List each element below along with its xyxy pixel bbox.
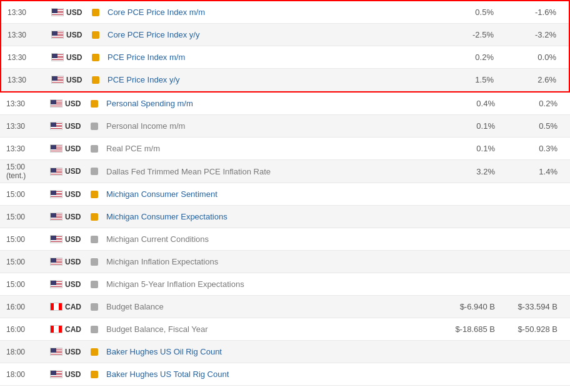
event-currency: USD xyxy=(50,280,88,289)
ca-flag-icon xyxy=(50,325,62,333)
table-row[interactable]: 13:30USDCore PCE Price Index y/y-2.5%-3.… xyxy=(1,24,569,46)
event-actual: $-18.685 B xyxy=(445,324,508,334)
event-time: 13:30 xyxy=(0,122,50,131)
table-row[interactable]: 13:30USDPCE Price Index m/m0.2%0.0% xyxy=(1,46,569,69)
event-time: 18:00 xyxy=(0,348,50,356)
currency-label: USD xyxy=(65,99,81,108)
importance-indicator xyxy=(88,100,101,108)
table-row[interactable]: 16:00CADBudget Balance, Fiscal Year$-18.… xyxy=(0,318,570,341)
event-name[interactable]: Michigan Inflation Expectations xyxy=(101,257,445,266)
high-importance-icon xyxy=(91,100,98,108)
event-time: 15:00 xyxy=(0,213,50,221)
table-row[interactable]: 13:30USDPersonal Income m/m0.1%0.5% xyxy=(0,115,570,138)
table-row[interactable]: 18:00USDBaker Hughes US Total Rig Count xyxy=(0,363,570,386)
event-currency: USD xyxy=(50,99,88,108)
event-previous: -3.2% xyxy=(506,30,569,39)
importance-indicator xyxy=(88,348,101,356)
high-importance-icon xyxy=(92,9,99,16)
event-name[interactable]: Michigan Consumer Expectations xyxy=(101,212,445,221)
event-name[interactable]: PCE Price Index m/m xyxy=(102,53,444,62)
high-importance-icon xyxy=(91,213,98,221)
us-flag-icon xyxy=(50,280,62,288)
us-flag-icon xyxy=(51,53,64,61)
event-time: 15:00 xyxy=(0,190,50,199)
importance-indicator xyxy=(88,191,101,198)
table-row[interactable]: 13:30USDPersonal Spending m/m0.4%0.2% xyxy=(0,93,570,115)
event-name[interactable]: Budget Balance xyxy=(101,302,445,311)
table-row[interactable]: 15:00 (tent.)USDDallas Fed Trimmed Mean … xyxy=(0,160,570,183)
event-name[interactable]: Baker Hughes US Total Rig Count xyxy=(101,369,445,379)
currency-label: USD xyxy=(65,348,81,356)
currency-label: USD xyxy=(65,370,81,379)
currency-label: USD xyxy=(66,53,82,62)
event-currency: CAD xyxy=(50,303,88,311)
event-previous: 0.3% xyxy=(508,144,570,153)
importance-indicator xyxy=(89,31,102,39)
event-name[interactable]: Dallas Fed Trimmed Mean PCE Inflation Ra… xyxy=(101,167,445,176)
event-name[interactable]: Personal Income m/m xyxy=(101,121,445,131)
event-name[interactable]: Real PCE m/m xyxy=(101,144,445,153)
importance-indicator xyxy=(88,303,101,311)
currency-label: USD xyxy=(66,31,82,39)
event-currency: USD xyxy=(50,190,88,199)
us-flag-icon xyxy=(50,144,62,153)
event-name[interactable]: Michigan 5-Year Inflation Expectations xyxy=(101,279,445,289)
event-time: 16:00 xyxy=(0,303,50,311)
table-row[interactable]: 13:30USDPCE Price Index y/y1.5%2.6% xyxy=(1,69,569,91)
currency-label: USD xyxy=(65,122,81,131)
table-row[interactable]: 15:00USDMichigan Current Conditions xyxy=(0,228,570,251)
high-importance-icon xyxy=(92,54,99,61)
event-name[interactable]: Budget Balance, Fiscal Year xyxy=(101,324,445,334)
event-name[interactable]: Core PCE Price Index y/y xyxy=(102,30,444,39)
table-row[interactable]: 13:30USDReal PCE m/m0.1%0.3% xyxy=(0,138,570,160)
event-previous: -1.6% xyxy=(506,8,569,17)
event-time: 15:00 xyxy=(0,235,50,244)
importance-indicator xyxy=(88,281,101,288)
currency-label: USD xyxy=(65,280,81,289)
event-previous: $-33.594 B xyxy=(508,302,570,311)
table-row[interactable]: 18:00USDBaker Hughes US Oil Rig Count xyxy=(0,341,570,363)
event-time: 13:30 xyxy=(1,8,51,17)
event-name[interactable]: Michigan Consumer Sentiment xyxy=(101,189,445,199)
event-actual: -2.5% xyxy=(444,30,506,39)
us-flag-icon xyxy=(51,8,64,16)
event-currency: USD xyxy=(51,31,89,39)
event-actual: 0.2% xyxy=(444,53,506,62)
event-actual: $-6.940 B xyxy=(445,302,508,311)
high-importance-icon xyxy=(92,76,99,84)
event-time: 13:30 xyxy=(1,53,51,62)
event-currency: USD xyxy=(51,76,89,84)
event-time: 13:30 xyxy=(1,76,51,84)
table-row[interactable]: 16:00CADBudget Balance$-6.940 B$-33.594 … xyxy=(0,296,570,318)
table-row[interactable]: 13:30USDCore PCE Price Index m/m0.5%-1.6… xyxy=(1,1,569,24)
importance-indicator xyxy=(88,123,101,130)
ca-flag-icon xyxy=(50,303,62,311)
event-currency: USD xyxy=(51,53,89,62)
event-time: 13:30 xyxy=(0,99,50,108)
importance-indicator xyxy=(89,54,102,61)
us-flag-icon xyxy=(50,122,62,130)
event-currency: USD xyxy=(50,122,88,131)
importance-indicator xyxy=(89,9,102,16)
high-importance-icon xyxy=(91,191,98,198)
table-row[interactable]: 15:00USDMichigan 5-Year Inflation Expect… xyxy=(0,273,570,296)
importance-indicator xyxy=(88,145,101,153)
event-actual: 0.1% xyxy=(445,144,508,153)
currency-label: USD xyxy=(66,8,82,17)
table-row[interactable]: 15:00USDMichigan Consumer Expectations xyxy=(0,206,570,228)
event-currency: USD xyxy=(50,213,88,221)
highlighted-group: 13:30USDCore PCE Price Index m/m0.5%-1.6… xyxy=(0,0,570,93)
event-name[interactable]: Personal Spending m/m xyxy=(101,99,445,108)
event-name[interactable]: Core PCE Price Index m/m xyxy=(102,8,444,17)
us-flag-icon xyxy=(50,190,62,198)
table-row[interactable]: 15:00USDMichigan Consumer Sentiment xyxy=(0,183,570,206)
event-time: 15:00 xyxy=(0,280,50,289)
event-currency: CAD xyxy=(50,325,88,334)
event-name[interactable]: Michigan Current Conditions xyxy=(101,234,445,244)
currency-label: USD xyxy=(65,258,81,266)
table-row[interactable]: 15:00USDMichigan Inflation Expectations xyxy=(0,251,570,273)
medium-importance-icon xyxy=(91,236,98,243)
event-name[interactable]: Baker Hughes US Oil Rig Count xyxy=(101,347,445,356)
event-previous: 1.4% xyxy=(508,167,570,176)
event-name[interactable]: PCE Price Index y/y xyxy=(102,75,444,84)
